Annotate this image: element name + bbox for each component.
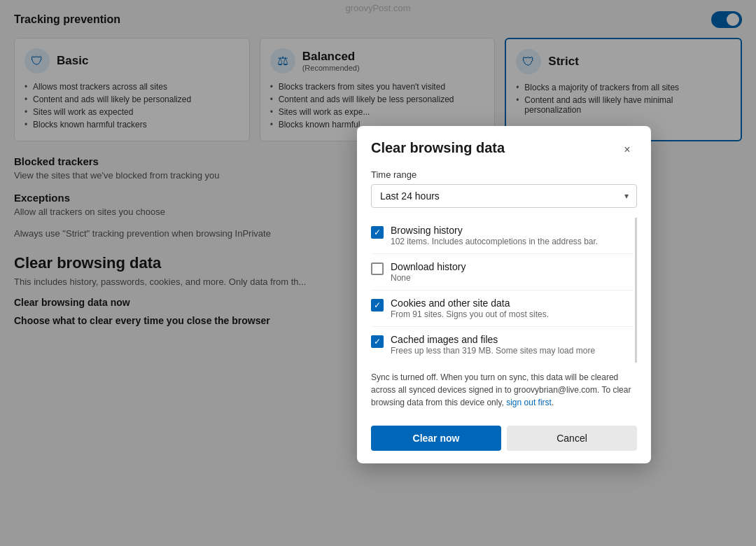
clear-now-button[interactable]: Clear now — [371, 426, 501, 451]
cancel-button[interactable]: Cancel — [507, 426, 637, 451]
sign-out-first-link[interactable]: sign out first — [506, 398, 552, 407]
checkmark-icon: ✓ — [374, 301, 381, 309]
checkbox-item-cached: ✓ Cached images and files Frees up less … — [371, 327, 634, 363]
time-range-wrapper: Last 24 hours Last 7 days Last 4 weeks A… — [371, 184, 637, 208]
checkbox-cookies-text: Cookies and other site data From 91 site… — [391, 298, 634, 319]
checkbox-download-text: Download history None — [391, 261, 634, 283]
modal-footer: Clear now Cancel — [357, 417, 651, 463]
clear-browsing-modal: Clear browsing data × Time range Last 24… — [357, 126, 651, 463]
checkbox-cached-text: Cached images and files Frees up less th… — [391, 334, 634, 356]
checkbox-item-download: Download history None — [371, 254, 634, 290]
checkbox-browsing-label: Browsing history — [391, 225, 634, 236]
checkbox-cookies[interactable]: ✓ — [371, 299, 384, 312]
checkmark-icon: ✓ — [374, 228, 381, 237]
checkbox-browsing-history[interactable]: ✓ — [371, 226, 384, 239]
checkbox-cookies-label: Cookies and other site data — [391, 298, 634, 309]
checkbox-item-cookies: ✓ Cookies and other site data From 91 si… — [371, 290, 634, 327]
checkmark-icon: ✓ — [374, 337, 381, 346]
sync-notice-after: . — [552, 398, 554, 407]
modal-close-button[interactable]: × — [617, 140, 637, 160]
time-range-select[interactable]: Last 24 hours Last 7 days Last 4 weeks A… — [371, 184, 637, 208]
checkbox-item-browsing: ✓ Browsing history 102 items. Includes a… — [371, 218, 634, 254]
checkbox-download-label: Download history — [391, 261, 634, 272]
time-range-label: Time range — [371, 169, 637, 180]
checkbox-download-desc: None — [391, 273, 634, 283]
sync-notice: Sync is turned off. When you turn on syn… — [371, 363, 637, 417]
checkbox-cached[interactable]: ✓ — [371, 335, 384, 348]
sync-notice-text: Sync is turned off. When you turn on syn… — [371, 372, 631, 407]
checkbox-list: ✓ Browsing history 102 items. Includes a… — [371, 218, 637, 363]
checkbox-browsing-desc: 102 items. Includes autocompletions in t… — [391, 237, 634, 246]
checkbox-cached-desc: Frees up less than 319 MB. Some sites ma… — [391, 346, 634, 356]
checkbox-cookies-desc: From 91 sites. Signs you out of most sit… — [391, 309, 634, 319]
checkbox-download-history[interactable] — [371, 262, 384, 275]
checkbox-cached-label: Cached images and files — [391, 334, 634, 345]
checkbox-browsing-text: Browsing history 102 items. Includes aut… — [391, 225, 634, 246]
modal-body: Time range Last 24 hours Last 7 days Las… — [357, 167, 651, 417]
modal-title: Clear browsing data — [371, 140, 505, 156]
modal-header: Clear browsing data × — [357, 126, 651, 167]
